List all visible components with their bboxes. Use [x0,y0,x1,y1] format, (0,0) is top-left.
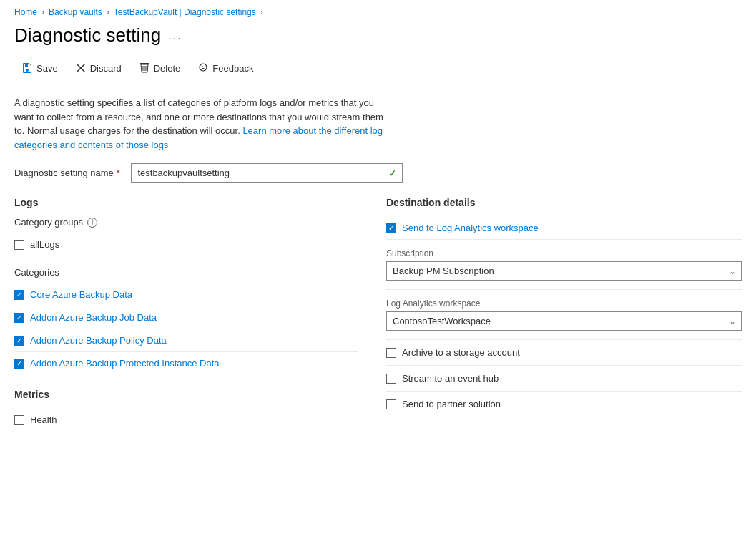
metrics-section: Metrics Health [14,389,358,431]
metrics-section-title: Metrics [14,389,358,400]
stream-event-hub-label: Stream to an event hub [402,373,499,384]
stream-event-hub-row[interactable]: Stream to an event hub [386,366,742,392]
main-content: A diagnostic setting specifies a list of… [0,84,756,442]
archive-storage-row[interactable]: Archive to a storage account [386,340,742,366]
addon-policy-checkbox[interactable] [14,336,24,346]
feedback-icon [197,62,209,74]
stream-event-hub-checkbox[interactable] [386,374,396,384]
setting-name-label: Diagnostic setting name * [14,167,119,178]
discard-label: Discard [90,63,122,74]
core-azure-backup-label: Core Azure Backup Data [30,289,132,300]
addon-protected-label: Addon Azure Backup Protected Instance Da… [30,358,220,369]
delete-button[interactable]: Delete [132,59,188,77]
delete-label: Delete [154,63,181,74]
core-azure-backup-row[interactable]: Core Azure Backup Data [14,283,358,306]
all-logs-label: allLogs [30,239,59,250]
logs-section-title: Logs [14,197,358,208]
subscription-dropdown-wrap: Backup PM Subscription ⌄ [386,261,742,281]
subscription-dropdown[interactable]: Backup PM Subscription [386,261,742,281]
feedback-label: Feedback [212,63,253,74]
delete-icon [139,62,150,74]
log-analytics-workspace-dropdown[interactable]: ContosoTestWorkspace [386,311,742,331]
breadcrumb-home[interactable]: Home [14,7,37,17]
setting-name-row: Diagnostic setting name * ✓ [14,163,742,183]
addon-job-label: Addon Azure Backup Job Data [30,312,157,323]
page-header: Diagnostic setting ... [0,21,756,55]
info-icon[interactable]: i [87,218,97,228]
subscription-label: Subscription [386,248,742,258]
setting-name-input-wrap: ✓ [131,163,403,183]
addon-protected-checkbox[interactable] [14,359,24,369]
send-to-log-analytics-label: Send to Log Analytics workspace [402,223,539,233]
breadcrumb: Home › Backup vaults › TestBackupVault |… [0,0,756,21]
breadcrumb-vault-settings[interactable]: TestBackupVault | Diagnostic settings [114,7,256,17]
send-to-log-analytics-checkbox[interactable] [386,223,396,233]
health-label: Health [30,414,57,425]
discard-button[interactable]: Discard [68,59,129,77]
check-icon: ✓ [388,167,397,179]
health-row[interactable]: Health [14,409,358,431]
addon-policy-row[interactable]: Addon Azure Backup Policy Data [14,329,358,352]
save-label: Save [36,63,58,74]
toolbar: Save Discard Delete Feedback [0,55,756,84]
categories-section: Categories Core Azure Backup Data Addon … [14,267,358,374]
archive-storage-checkbox[interactable] [386,348,396,358]
categories-label: Categories [14,267,358,278]
addon-policy-label: Addon Azure Backup Policy Data [30,335,167,346]
category-groups-label: Category groups i [14,217,358,228]
breadcrumb-backup-vaults[interactable]: Backup vaults [49,7,102,17]
save-icon [21,62,33,74]
send-to-log-analytics-row[interactable]: Send to Log Analytics workspace [386,217,742,240]
log-analytics-workspace-field: Log Analytics workspace ContosoTestWorks… [386,290,742,340]
save-button[interactable]: Save [14,59,65,77]
description: A diagnostic setting specifies a list of… [14,96,386,152]
health-checkbox[interactable] [14,415,24,425]
archive-storage-label: Archive to a storage account [402,347,520,358]
log-analytics-workspace-label: Log Analytics workspace [386,298,742,309]
all-logs-checkbox[interactable] [14,240,24,250]
category-groups-section: Category groups i allLogs [14,217,358,256]
ellipsis-button[interactable]: ... [168,29,182,42]
send-partner-row[interactable]: Send to partner solution [386,392,742,417]
svg-point-2 [200,64,207,71]
discard-icon [75,62,87,74]
send-partner-checkbox[interactable] [386,399,396,409]
all-logs-row[interactable]: allLogs [14,233,358,256]
log-analytics-workspace-dropdown-wrap: ContosoTestWorkspace ⌄ [386,311,742,331]
page-title: Diagnostic setting [14,24,161,47]
setting-name-input[interactable] [131,163,403,183]
svg-rect-1 [143,63,146,64]
core-azure-backup-checkbox[interactable] [14,290,24,300]
destination-section-title: Destination details [386,197,742,208]
addon-protected-row[interactable]: Addon Azure Backup Protected Instance Da… [14,352,358,374]
right-column: Destination details Send to Log Analytic… [386,197,742,431]
feedback-button[interactable]: Feedback [190,59,260,77]
send-partner-label: Send to partner solution [402,399,501,409]
addon-job-row[interactable]: Addon Azure Backup Job Data [14,306,358,329]
two-col-layout: Logs Category groups i allLogs Categorie… [14,197,742,431]
left-column: Logs Category groups i allLogs Categorie… [14,197,358,431]
subscription-field: Subscription Backup PM Subscription ⌄ [386,240,742,290]
addon-job-checkbox[interactable] [14,313,24,323]
